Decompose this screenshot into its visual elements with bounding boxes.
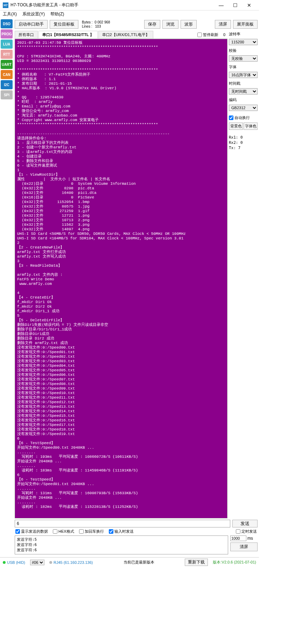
font-select[interactable]: 16点阵字体 bbox=[229, 72, 258, 78]
save-button[interactable]: 保存 bbox=[144, 20, 160, 29]
timestamp-select[interactable]: 无时间戳 bbox=[229, 88, 258, 94]
close-button[interactable]: ✕ bbox=[242, 0, 256, 10]
sidebar-spi[interactable]: SPI bbox=[1, 90, 13, 99]
counter-zero: 0 bbox=[223, 33, 225, 37]
timed-send-checkbox[interactable]: 定时发送 bbox=[236, 529, 257, 534]
menu-help[interactable]: 帮助(Z) bbox=[50, 11, 64, 17]
sidebar-prog[interactable]: PROG bbox=[1, 29, 13, 38]
browse-button[interactable]: 浏览 bbox=[162, 20, 178, 29]
pause-refresh-checkbox[interactable]: 暂停刷新 bbox=[197, 32, 218, 37]
status-latest: 当前已是最新版本 bbox=[98, 560, 180, 565]
encoding-select[interactable]: GB2312 bbox=[229, 105, 258, 111]
font-label: 字体 bbox=[229, 64, 258, 70]
interval-input[interactable] bbox=[230, 536, 246, 541]
autowrap-checkbox[interactable]: 自动换行 bbox=[229, 115, 258, 120]
serial-console[interactable]: 2021-07-03 21:47:59 复位目标板 **************… bbox=[15, 39, 227, 518]
hex-checkbox[interactable]: HEX格式 bbox=[53, 529, 74, 534]
byte-line-stats: Bytes : 0 002 968 Lines : 103 bbox=[82, 20, 110, 29]
status-usb: USB (HID) bbox=[3, 560, 25, 565]
maximize-button[interactable]: ☐ bbox=[228, 0, 242, 10]
status-version: 版本:V2.0.6 (2021-07-01) bbox=[213, 560, 256, 565]
fgcolor-button[interactable]: 字体色 bbox=[244, 122, 258, 130]
status-rj45: RJ45 (61.160.223.136) bbox=[49, 560, 93, 565]
clear-button[interactable]: 清屏 bbox=[215, 20, 231, 29]
encoding-label: 编码 bbox=[229, 97, 258, 103]
tab-port2[interactable]: 串口2【URX/D1,TTL电平】 bbox=[98, 31, 153, 38]
sidebar-uart[interactable]: UART bbox=[1, 60, 13, 69]
status-device-select[interactable]: #06 bbox=[30, 560, 44, 565]
clear-log-button[interactable]: 清屏 bbox=[230, 542, 258, 551]
menu-system[interactable]: 系统设置(Y) bbox=[22, 11, 45, 17]
parity-select[interactable]: 无校验 bbox=[229, 55, 258, 62]
app-icon: H7 bbox=[3, 2, 8, 8]
send-input[interactable] bbox=[15, 520, 230, 527]
expand-panel-button[interactable]: 展开面板 bbox=[233, 20, 258, 29]
sidebar-rtt[interactable]: RTT bbox=[1, 50, 13, 59]
timestamp-label: 时间戳 bbox=[229, 81, 258, 86]
parity-label: 校验 bbox=[229, 48, 258, 53]
rxtx-stats: Rx1: 0 Rx2: 0 Tx: 7 bbox=[229, 135, 258, 150]
ms-unit: ms bbox=[247, 536, 253, 541]
send-button[interactable]: 发送 bbox=[232, 520, 258, 527]
send-log: 发送字符:5 发送字符:6 发送字符:6 bbox=[15, 536, 228, 554]
sidebar-i2c[interactable]: I2C bbox=[1, 80, 13, 89]
start-serial-button[interactable]: 启动串口助手 bbox=[15, 20, 48, 29]
crlf-checkbox[interactable]: 加回车换行 bbox=[79, 529, 104, 534]
baud-select[interactable]: 115200 bbox=[229, 39, 258, 45]
show-sent-checkbox[interactable]: 显示发送的数据 bbox=[15, 529, 48, 534]
baud-label: 波特率 bbox=[229, 31, 258, 37]
tab-all-ports[interactable]: 所有串口 bbox=[15, 31, 38, 38]
window-title: H7-TOOL多功能开发工具 - 串口助手 bbox=[10, 2, 214, 8]
minimize-button[interactable]: — bbox=[214, 0, 228, 10]
sidebar-lua[interactable]: LUA bbox=[1, 40, 13, 49]
menu-tool[interactable]: 工具(X) bbox=[3, 11, 17, 17]
sidebar-can[interactable]: CAN bbox=[1, 70, 13, 79]
send-on-input-checkbox[interactable]: 输入时发送 bbox=[109, 529, 134, 534]
bgcolor-button[interactable]: 背景色 bbox=[229, 122, 243, 130]
wave-button[interactable]: 波形 bbox=[181, 20, 197, 29]
sidebar-dso[interactable]: DSO bbox=[1, 19, 13, 28]
reset-target-button[interactable]: 复位目标板 bbox=[50, 20, 78, 29]
tab-port1[interactable]: 串口1【RS485/RS232/TTL 】 bbox=[38, 31, 98, 38]
redownload-button[interactable]: 重新下载 bbox=[185, 559, 208, 566]
